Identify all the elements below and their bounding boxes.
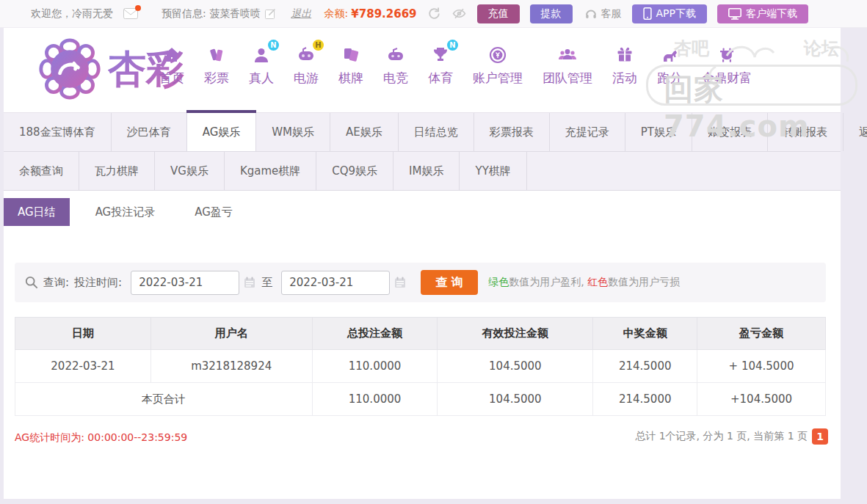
balance-value: ¥789.2669	[351, 7, 416, 21]
tab-ae-entertainment[interactable]: AE娱乐	[330, 113, 399, 151]
refresh-icon	[427, 7, 441, 21]
tab-yy-boardgames[interactable]: YY棋牌	[460, 152, 526, 190]
nav-item-slots[interactable]: H 电游	[294, 44, 319, 87]
tab-transfer-report[interactable]: 转账报表	[768, 113, 844, 151]
search-button[interactable]: 查 询	[421, 270, 478, 295]
calendar-to-button[interactable]	[394, 277, 406, 288]
col-date: 日期	[15, 318, 151, 350]
tab-wali-boardgames[interactable]: 瓦力棋牌	[79, 152, 155, 190]
table-total-row: 本页合计 110.0000 104.5000 214.5000 +104.500…	[15, 383, 826, 416]
tab-wm-entertainment[interactable]: WM娱乐	[256, 113, 330, 151]
sports-trophy-icon	[431, 45, 450, 65]
edit-reserved-button[interactable]	[265, 8, 276, 19]
nav-item-jinding-wealth[interactable]: 金鼎财富	[702, 44, 752, 87]
withdraw-button[interactable]: 提款	[530, 4, 573, 23]
client-download-button[interactable]: 客户端下载	[717, 4, 808, 23]
tab-rebate-total[interactable]: 返点总额	[844, 113, 867, 151]
gift-icon	[615, 45, 634, 65]
tab-vg-entertainment[interactable]: VG娱乐	[155, 152, 225, 190]
cell-profit-loss: + 104.5000	[697, 350, 826, 383]
site-header: 杏彩 首页 彩票 N 真人 H 电游 棋牌	[4, 28, 841, 112]
cell-valid-bet-sum: 104.5000	[438, 383, 593, 416]
nav-item-team-management[interactable]: 团队管理	[543, 44, 592, 87]
calendar-from-button[interactable]	[244, 277, 255, 288]
tab-188-jinbaobo-sports[interactable]: 188金宝博体育	[4, 113, 112, 151]
recharge-button[interactable]: 充值	[477, 4, 520, 23]
hint-green-word: 绿色	[488, 276, 509, 288]
subtab-ag-bet-records[interactable]: AG投注记录	[81, 198, 170, 226]
tab-shaba-sports[interactable]: 沙巴体育	[112, 113, 187, 151]
nav-item-lottery[interactable]: 彩票	[204, 44, 229, 87]
hide-balance-button[interactable]	[451, 7, 467, 21]
tab-cq9-entertainment[interactable]: CQ9娱乐	[316, 152, 393, 190]
to-label: 至	[261, 276, 272, 290]
cell-valid-bet: 104.5000	[438, 350, 593, 383]
ag-daily-report-table: 日期 用户名 总投注金额 有效投注金额 中奖金额 盈亏金额 2022-03-21…	[15, 317, 826, 416]
current-page-button[interactable]: 1	[812, 428, 828, 445]
mail-button[interactable]	[123, 8, 138, 19]
col-valid-bet: 有效投注金额	[438, 318, 593, 350]
logout-link[interactable]: 退出	[291, 7, 311, 21]
calendar-icon	[244, 277, 255, 288]
app-download-button[interactable]: APP下载	[632, 4, 707, 23]
nav-item-promotions[interactable]: 活动	[612, 44, 637, 87]
tab-daily-summary[interactable]: 日结总览	[399, 113, 474, 151]
subtab-ag-profit-loss[interactable]: AG盈亏	[181, 198, 247, 226]
tab-row-2: 余额查询 瓦力棋牌 VG娱乐 Kgame棋牌 CQ9娱乐 IM娱乐 YY棋牌	[4, 152, 841, 191]
tickets-icon	[207, 45, 226, 65]
nav-item-sports[interactable]: N 体育	[428, 44, 453, 87]
nav-item-home[interactable]: 首页	[159, 44, 184, 87]
cell-total-bet-sum: 110.0000	[312, 383, 438, 416]
pagination-summary: 总计 1个记录, 分为 1 页, 当前第 1 页	[635, 430, 808, 443]
tab-kgame-boardgames[interactable]: Kgame棋牌	[225, 152, 316, 190]
tab-im-entertainment[interactable]: IM娱乐	[393, 152, 460, 190]
team-icon	[557, 45, 578, 65]
monitor-icon	[728, 8, 741, 20]
cell-profit-loss-sum: +104.5000	[697, 383, 826, 416]
cell-winnings: 214.5000	[593, 350, 697, 383]
table-header-row: 日期 用户名 总投注金额 有效投注金额 中奖金额 盈亏金额	[15, 318, 826, 350]
col-username: 用户名	[150, 318, 312, 350]
app-download-label: APP下载	[656, 7, 696, 21]
welcome-label: 欢迎您，	[31, 7, 72, 21]
customer-service-label: 客服	[601, 7, 622, 21]
cell-total-bet: 110.0000	[312, 350, 438, 383]
eye-off-icon	[451, 7, 467, 21]
edit-icon	[265, 8, 276, 19]
client-download-label: 客户端下载	[746, 7, 797, 21]
esports-icon	[386, 45, 405, 65]
pagination: 总计 1个记录, 分为 1 页, 当前第 1 页 1	[635, 428, 828, 445]
flower-logo-icon	[37, 37, 102, 101]
new-badge: N	[268, 40, 279, 51]
nav-item-paofen[interactable]: 跑分	[657, 44, 682, 87]
query-label: 查询:	[43, 276, 69, 290]
refresh-balance-button[interactable]	[427, 7, 441, 21]
notification-dot	[135, 5, 141, 11]
tab-pt-entertainment[interactable]: PT娱乐	[625, 113, 692, 151]
nav-item-live-casino[interactable]: N 真人	[249, 44, 274, 87]
ag-stat-time-text: AG统计时间为: 00:00:00--23:59:59	[15, 431, 187, 445]
topbar: 欢迎您，冷雨无爱 预留信息: 菠菜香喷喷 退出 余额: ¥789.2669 充值…	[0, 0, 867, 28]
nav-item-board-games[interactable]: 棋牌	[338, 44, 363, 87]
reserved-info-label: 预留信息: 菠菜香喷喷	[162, 7, 261, 21]
cell-username: m3218128924	[150, 350, 312, 383]
tab-balance-query[interactable]: 余额查询	[4, 152, 79, 190]
nav-item-account-management[interactable]: 账户管理	[473, 44, 523, 87]
cell-date: 2022-03-21	[15, 350, 151, 383]
color-legend-hint: 绿色数值为用户盈利, 红色数值为用户亏损	[488, 276, 680, 289]
tab-deposit-withdraw-records[interactable]: 充提记录	[550, 113, 625, 151]
tab-account-change-report[interactable]: 账变报表	[692, 113, 768, 151]
date-to-input[interactable]	[281, 271, 390, 295]
tab-ag-entertainment[interactable]: AG娱乐	[187, 113, 257, 151]
subtab-ag-daily[interactable]: AG日结	[4, 198, 70, 226]
tab-lottery-report[interactable]: 彩票报表	[474, 113, 550, 151]
customer-service-button[interactable]: 客服	[584, 7, 622, 21]
date-from-input[interactable]	[131, 271, 239, 295]
table-row: 2022-03-21 m3218128924 110.0000 104.5000…	[15, 350, 826, 383]
treasure-ding-icon	[717, 45, 736, 65]
cell-winnings-sum: 214.5000	[593, 383, 697, 416]
nav-item-esports[interactable]: 电竞	[383, 44, 408, 87]
cards-icon	[341, 45, 360, 65]
cell-page-total-label: 本页合计	[15, 383, 313, 416]
new-badge: N	[447, 40, 458, 51]
